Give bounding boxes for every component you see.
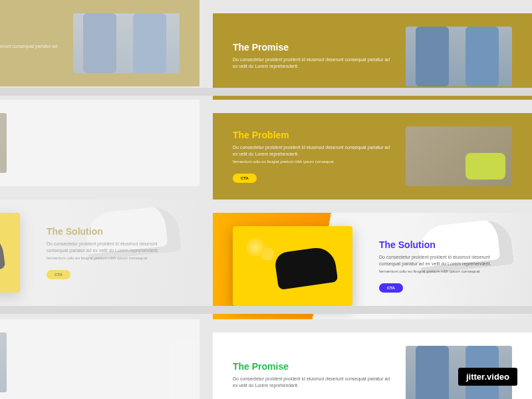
thumb-image <box>406 126 512 186</box>
section-body: Do consectetur proident proident id eius… <box>379 254 512 267</box>
section-sub: fermentum odio eu feugiat pretium nibh i… <box>47 256 180 260</box>
thumb-image <box>0 332 7 392</box>
section-body: Do consectetur proident proident id eius… <box>0 43 60 57</box>
section-body: Do consectetur proident proident id eius… <box>233 144 392 158</box>
section-solution: The Solution Do consectetur proident pro… <box>0 200 200 306</box>
artboard-center[interactable]: CTA The Promise Do consectetur proident … <box>213 0 532 399</box>
section-promise[interactable]: The Promise Do consectetur proident proi… <box>213 13 532 100</box>
section-title: The Solution <box>47 226 180 237</box>
artboard-left: CTA The Promise Do consectetur proident … <box>0 0 200 399</box>
section-problem <box>0 100 200 186</box>
section-body: Do consectetur proident proident id eius… <box>233 376 392 389</box>
section-body: Do consectetur proident proident id eius… <box>47 241 180 254</box>
watermark-badge[interactable]: jitter.video <box>458 368 517 386</box>
section-sub: fermentum odio eu feugiat pretium nibh i… <box>233 160 392 164</box>
section-promise[interactable]: The Promise Do consectetur proident proi… <box>213 332 532 399</box>
design-canvas[interactable]: CTA The Promise Do consectetur proident … <box>0 0 532 399</box>
section-body: Do consectetur proident proident id eius… <box>233 57 392 70</box>
section-sub: fermentum odio eu feugiat pretium nibh i… <box>379 269 512 273</box>
section-title: The Solution <box>379 239 512 250</box>
section-promise: The Promise Do consectetur proident proi… <box>0 0 200 86</box>
shoe-card <box>233 226 352 306</box>
thumb-image <box>0 113 7 173</box>
thumb-image <box>73 13 180 73</box>
section-title: The Promise <box>233 361 392 372</box>
canvas-gap-top <box>0 88 532 96</box>
thumb-image <box>406 27 512 86</box>
canvas-gap-bottom <box>0 306 532 314</box>
section-title: The Promise <box>0 29 60 39</box>
section-title: The Promise <box>233 42 392 53</box>
section-solution[interactable]: The Solution Do consectetur proident pro… <box>213 213 532 319</box>
cta-button[interactable]: CTA <box>233 174 257 183</box>
cta-button[interactable]: CTA <box>379 283 403 293</box>
section-promise <box>0 319 200 399</box>
section-problem[interactable]: The Problem Do consectetur proident proi… <box>213 113 532 200</box>
cta-button[interactable]: CTA <box>47 270 70 279</box>
shoe-card <box>0 213 20 293</box>
section-title: The Problem <box>233 130 392 140</box>
